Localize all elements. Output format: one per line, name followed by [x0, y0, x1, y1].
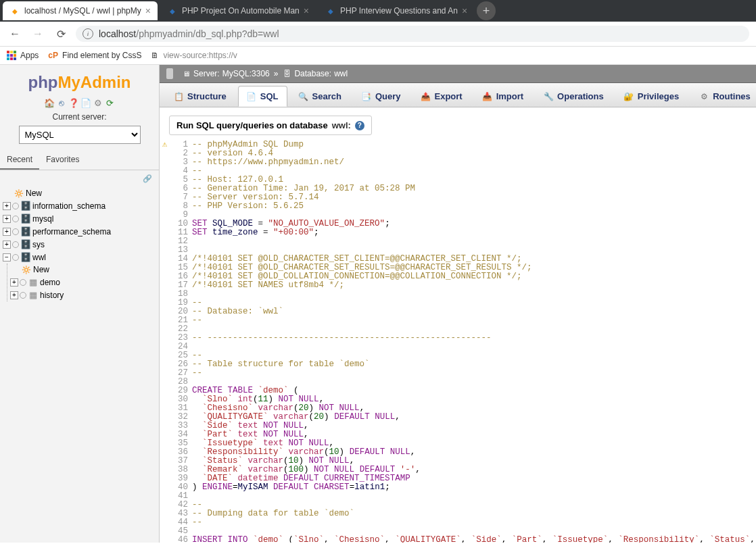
- tab-recent[interactable]: Recent: [0, 151, 39, 170]
- back-button[interactable]: ←: [7, 26, 23, 42]
- tab-title: localhost / MySQL / wwl | phpMy: [24, 6, 141, 16]
- docs-icon[interactable]: ❓: [68, 97, 79, 108]
- new-db-icon: [14, 189, 24, 198]
- browser-tab[interactable]: ◆PHP Interview Questions and An×: [318, 1, 474, 20]
- url-field[interactable]: i localhost/phpmyadmin/db_sql.php?db=wwl: [76, 26, 749, 42]
- settings-icon[interactable]: ⚙: [93, 97, 103, 108]
- tab-label: Routines: [713, 91, 751, 101]
- routines-icon: ⚙: [699, 92, 709, 101]
- bc-server-prefix: Server:: [193, 69, 220, 78]
- tab-operations[interactable]: 🔧Operations: [535, 86, 613, 107]
- reload-nav-icon[interactable]: ⟳: [105, 97, 116, 108]
- tree-table-demo[interactable]: +demo: [10, 276, 156, 289]
- sql-editor[interactable]: ⚠ 12345678910111213141516171819202122232…: [160, 138, 756, 543]
- query-title: Run SQL query/queries on database wwl: ?: [169, 116, 372, 135]
- tab-favicon: ◆: [325, 5, 336, 16]
- new-tab-button[interactable]: +: [477, 1, 496, 20]
- current-server-label: Current server:: [52, 112, 106, 122]
- database-icon: [20, 201, 31, 211]
- sidebar: phpMyAdmin 🏠 ⎋ ❓ 📄 ⚙ ⟳ Current server: M…: [0, 65, 160, 543]
- collapse-icon[interactable]: −: [3, 253, 11, 261]
- tab-import[interactable]: 📥Import: [474, 86, 532, 107]
- expand-dot-icon[interactable]: [12, 254, 19, 261]
- sql-doc-icon[interactable]: 📄: [80, 97, 91, 108]
- database-icon: [20, 252, 31, 262]
- expand-dot-icon[interactable]: [20, 292, 26, 299]
- bookmark-view-source[interactable]: 🗎 view-source:https://v: [151, 51, 237, 60]
- bookmark-bar: Apps cP Find element by CssS 🗎 view-sour…: [0, 47, 756, 65]
- close-icon[interactable]: ×: [145, 5, 151, 16]
- breadcrumb: 🖥 Server: MySQL:3306 » 🗄 Database: wwl: [160, 65, 756, 83]
- query-icon: 📑: [362, 92, 371, 101]
- warning-icon[interactable]: ⚠: [162, 141, 167, 149]
- expand-dot-icon[interactable]: [12, 216, 19, 222]
- expand-icon[interactable]: +: [10, 291, 18, 299]
- tab-sql[interactable]: 📄SQL: [238, 86, 287, 107]
- page-icon: 🗎: [151, 51, 159, 60]
- bc-server-link[interactable]: MySQL:3306: [222, 69, 270, 78]
- tree-db-mysql[interactable]: +mysql: [3, 212, 156, 225]
- tab-label: Privileges: [638, 91, 679, 101]
- server-select[interactable]: MySQL: [19, 126, 141, 144]
- sql-icon: 📄: [247, 92, 256, 101]
- apps-shortcut[interactable]: Apps: [7, 51, 39, 60]
- editor-code[interactable]: -- phpMyAdmin SQL Dump-- version 4.6.4--…: [192, 138, 756, 543]
- tree-db-information_schema[interactable]: +information_schema: [3, 199, 156, 212]
- link-icon[interactable]: 🔗: [143, 174, 152, 183]
- tree-db-wwl[interactable]: −wwl: [3, 251, 156, 264]
- tab-strip: ◆localhost / MySQL / wwl | phpMy×◆PHP Pr…: [0, 0, 756, 22]
- phpmyadmin-logo[interactable]: phpMyAdmin: [28, 73, 131, 92]
- tab-label: Query: [375, 91, 401, 101]
- help-icon[interactable]: ?: [355, 121, 364, 130]
- tree-new-table[interactable]: New: [10, 264, 156, 276]
- browser-tab[interactable]: ◆localhost / MySQL / wwl | phpMy×: [3, 1, 158, 20]
- tab-privileges[interactable]: 🔐Privileges: [615, 86, 688, 107]
- nav-subtabs: Recent Favorites: [0, 151, 159, 170]
- site-info-icon[interactable]: i: [82, 28, 93, 39]
- expand-dot-icon[interactable]: [12, 203, 19, 209]
- close-icon[interactable]: ×: [304, 5, 309, 16]
- expand-icon[interactable]: +: [3, 241, 11, 249]
- tab-query[interactable]: 📑Query: [353, 86, 410, 107]
- tab-routines[interactable]: ⚙Routines: [690, 86, 756, 107]
- expand-icon[interactable]: +: [3, 215, 11, 223]
- expand-dot-icon[interactable]: [12, 241, 19, 248]
- database-icon: [20, 226, 31, 236]
- url-text: localhost/phpmyadmin/db_sql.php?db=wwl: [99, 28, 279, 39]
- tab-export[interactable]: 📤Export: [412, 86, 471, 107]
- expand-dot-icon[interactable]: [12, 228, 19, 235]
- database-icon: [20, 214, 31, 224]
- apps-icon: [7, 51, 16, 60]
- address-bar: ← → ⟳ i localhost/phpmyadmin/db_sql.php?…: [0, 22, 756, 47]
- tab-favicon: ◆: [167, 5, 178, 16]
- expand-dot-icon[interactable]: [20, 279, 26, 286]
- structure-icon: 📋: [174, 92, 183, 101]
- tree-db-performance_schema[interactable]: +performance_schema: [3, 225, 156, 238]
- bookmark-find-element[interactable]: cP Find element by CssS: [48, 51, 141, 60]
- close-icon[interactable]: ×: [462, 5, 467, 16]
- logout-icon[interactable]: ⎋: [56, 97, 67, 108]
- main-tabs: 📋Structure📄SQL🔍Search📑Query📤Export📥Impor…: [160, 83, 756, 107]
- expand-icon[interactable]: +: [3, 228, 11, 236]
- expand-icon[interactable]: +: [10, 278, 18, 287]
- main-panel: 🖥 Server: MySQL:3306 » 🗄 Database: wwl 📋…: [160, 65, 756, 543]
- tab-search[interactable]: 🔍Search: [290, 86, 350, 107]
- table-icon: [28, 290, 39, 300]
- browser-tab[interactable]: ◆PHP Project On Automobile Man×: [160, 1, 316, 20]
- db-tree: New+information_schema+mysql+performance…: [0, 187, 159, 301]
- home-icon[interactable]: 🏠: [44, 97, 55, 108]
- tree-table-history[interactable]: +history: [10, 289, 156, 301]
- tree-db-sys[interactable]: +sys: [3, 238, 156, 251]
- forward-button[interactable]: →: [30, 26, 46, 42]
- tree-new-db[interactable]: New: [3, 187, 156, 199]
- tab-favorites[interactable]: Favorites: [39, 151, 86, 170]
- operations-icon: 🔧: [544, 92, 553, 101]
- tab-structure[interactable]: 📋Structure: [165, 86, 235, 107]
- import-icon: 📥: [483, 92, 492, 101]
- bc-db-link[interactable]: wwl: [334, 69, 348, 78]
- collapse-nav-icon[interactable]: [166, 68, 173, 79]
- search-icon: 🔍: [299, 92, 308, 101]
- reload-button[interactable]: ⟳: [53, 26, 69, 42]
- new-table-icon: [21, 266, 32, 274]
- expand-icon[interactable]: +: [3, 202, 11, 210]
